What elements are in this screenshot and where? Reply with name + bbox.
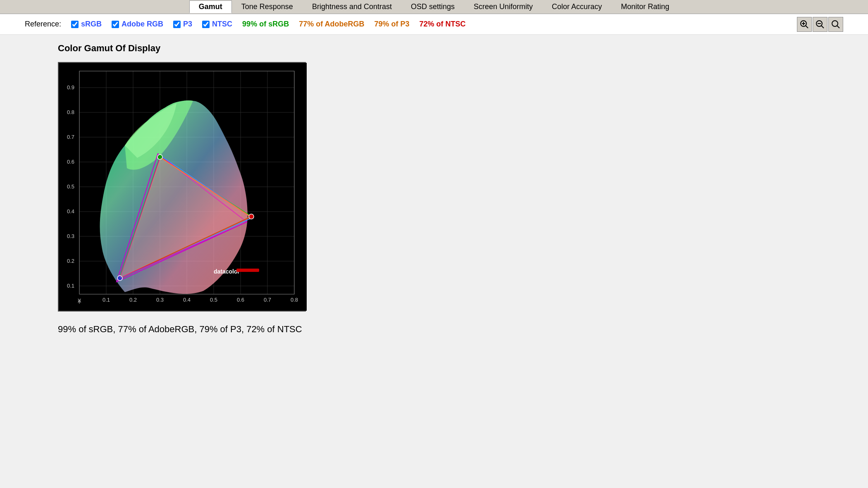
svg-text:0.6: 0.6 (237, 297, 244, 303)
svg-text:0.4: 0.4 (67, 208, 74, 214)
svg-rect-61 (236, 269, 259, 272)
p3-label: P3 (183, 20, 192, 29)
stat-p3: 79% of P3 (374, 20, 409, 29)
gamut-svg: 0.9 0.8 0.7 0.6 0.5 0.4 0.3 0.2 0.1 X Y … (59, 63, 307, 311)
ref-item-adobe-rgb: Adobe RGB (112, 20, 163, 29)
svg-text:0.7: 0.7 (67, 134, 74, 140)
chart-area: 0.9 0.8 0.7 0.6 0.5 0.4 0.3 0.2 0.1 X Y … (59, 63, 307, 311)
svg-text:0.2: 0.2 (67, 258, 74, 264)
ref-item-p3: P3 (173, 20, 192, 29)
zoom-icons (797, 17, 843, 32)
svg-text:0.1: 0.1 (67, 283, 74, 289)
nav-item-color-accuracy[interactable]: Color Accuracy (542, 0, 611, 13)
svg-text:Y: Y (78, 300, 81, 305)
svg-text:datacolor: datacolor (214, 268, 240, 275)
svg-text:0.1: 0.1 (103, 297, 110, 303)
stat-ntsc: 72% of NTSC (420, 20, 466, 29)
svg-text:0.4: 0.4 (183, 297, 191, 303)
svg-text:0.3: 0.3 (67, 233, 74, 239)
ntsc-checkbox[interactable] (202, 21, 210, 28)
nav-bar: Gamut Tone Response Brightness and Contr… (0, 0, 868, 14)
zoom-reset-icon (831, 20, 840, 29)
svg-line-1 (806, 26, 808, 28)
adobe-rgb-label: Adobe RGB (122, 20, 163, 29)
svg-text:0.8: 0.8 (67, 109, 74, 115)
reference-bar: Reference: sRGB Adobe RGB P3 NTSC 99% of… (0, 14, 868, 35)
ntsc-label: NTSC (212, 20, 232, 29)
nav-item-tone-response[interactable]: Tone Response (232, 0, 303, 13)
ref-item-ntsc: NTSC (202, 20, 232, 29)
ref-item-srgb: sRGB (71, 20, 102, 29)
zoom-out-icon (816, 20, 825, 29)
nav-item-brightness-contrast[interactable]: Brightness and Contrast (303, 0, 401, 13)
nav-item-osd-settings[interactable]: OSD settings (401, 0, 464, 13)
svg-point-7 (832, 21, 838, 26)
nav-item-monitor-rating[interactable]: Monitor Rating (611, 0, 679, 13)
main-content: Color Gamut Of Display (0, 35, 868, 488)
gamut-chart: 0.9 0.8 0.7 0.6 0.5 0.4 0.3 0.2 0.1 X Y … (58, 62, 306, 312)
svg-text:0.8: 0.8 (291, 297, 298, 303)
p3-checkbox[interactable] (173, 21, 181, 28)
nav-item-gamut[interactable]: Gamut (189, 0, 232, 13)
zoom-in-button[interactable] (797, 17, 812, 32)
zoom-out-button[interactable] (813, 17, 827, 32)
svg-text:0.5: 0.5 (210, 297, 217, 303)
svg-line-5 (821, 26, 824, 28)
svg-text:0.7: 0.7 (264, 297, 271, 303)
stat-srgb: 99% of sRGB (242, 20, 289, 29)
zoom-in-icon (800, 20, 809, 29)
svg-text:0.3: 0.3 (156, 297, 164, 303)
svg-text:0.9: 0.9 (67, 84, 74, 90)
nav-items: Gamut Tone Response Brightness and Contr… (189, 0, 679, 13)
zoom-reset-button[interactable] (828, 17, 843, 32)
reference-label: Reference: (25, 20, 61, 29)
svg-text:0.2: 0.2 (129, 297, 137, 303)
adobe-rgb-checkbox[interactable] (112, 21, 119, 28)
srgb-label: sRGB (81, 20, 102, 29)
summary-text: 99% of sRGB, 77% of AdobeRGB, 79% of P3,… (25, 324, 843, 335)
svg-text:0.5: 0.5 (67, 183, 74, 190)
nav-item-screen-uniformity[interactable]: Screen Uniformity (464, 0, 542, 13)
svg-text:0.6: 0.6 (67, 159, 74, 165)
stat-adobe-rgb: 77% of AdobeRGB (299, 20, 364, 29)
svg-line-8 (837, 26, 839, 28)
srgb-checkbox[interactable] (71, 21, 79, 28)
section-title: Color Gamut Of Display (25, 43, 843, 54)
